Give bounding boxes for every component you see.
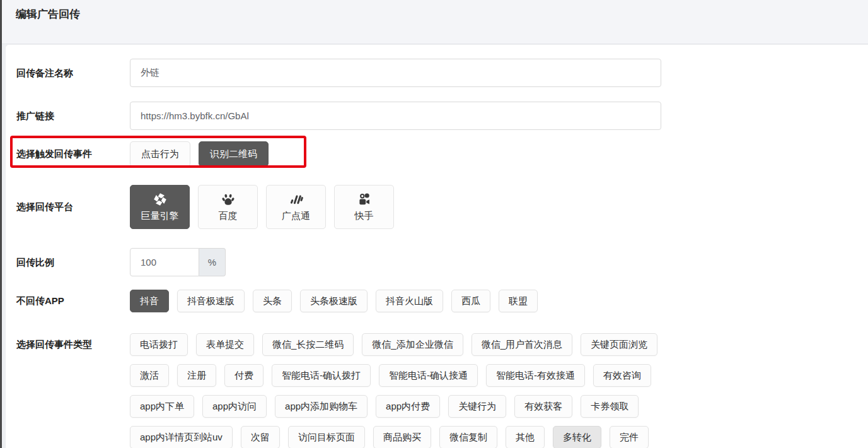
baidu-paw-icon	[221, 192, 236, 207]
ratio-input-group: %	[130, 248, 226, 276]
guangdiantong-icon	[289, 192, 304, 207]
trigger-option-label: 识别二维码	[210, 148, 257, 160]
event-type-option[interactable]: 多转化	[553, 426, 601, 448]
event-type-option[interactable]: 智能电话-有效接通	[486, 364, 585, 387]
event-type-option-label: 多转化	[563, 432, 591, 444]
ocean-engine-icon	[153, 192, 168, 207]
exclude-app-option-label: 西瓜	[461, 295, 480, 307]
event-type-option[interactable]: 其他	[506, 426, 545, 448]
event-type-option[interactable]: 访问目标页面	[288, 426, 365, 448]
link-input[interactable]	[130, 102, 661, 130]
event-type-option[interactable]: 卡券领取	[581, 395, 639, 418]
event-type-option-label: app内下单	[140, 401, 184, 413]
exclude-app-option-label: 头条极速版	[310, 295, 357, 307]
exclude-app-option[interactable]: 联盟	[499, 290, 538, 312]
exclude-app-option[interactable]: 西瓜	[451, 290, 490, 312]
event-type-option-label: 智能电话-有效接通	[496, 370, 575, 382]
event-type-option-label: 智能电话-确认接通	[389, 370, 468, 382]
ratio-input[interactable]	[130, 248, 199, 276]
event-type-row: app内下单app内访问app内添加购物车app内付费关键行为有效获客卡券领取	[130, 395, 657, 418]
platform-option[interactable]: 巨量引擎	[130, 185, 190, 229]
event-type-option-label: 有效咨询	[603, 370, 641, 382]
event-type-option-label: app内访问	[212, 401, 257, 413]
platform-option-label: 快手	[355, 210, 374, 222]
form-row-exclude-apps: 不回传APP 抖音抖音极速版头条头条极速版抖音火山版西瓜联盟	[16, 290, 868, 312]
kuaishou-camera-icon	[357, 192, 372, 207]
event-type-option[interactable]: 微信_用户首次消息	[472, 333, 572, 356]
event-type-option[interactable]: 微信_添加企业微信	[362, 333, 463, 356]
event-type-option[interactable]: app内下单	[130, 395, 194, 418]
event-type-option[interactable]: 次留	[241, 426, 280, 448]
event-type-option[interactable]: 表单提交	[196, 333, 254, 356]
event-type-row: 电话拨打表单提交微信_长按二维码微信_添加企业微信微信_用户首次消息关键页面浏览	[130, 333, 657, 356]
page-title: 编辑广告回传	[16, 8, 868, 21]
event-type-row: 激活注册付费智能电话-确认拨打智能电话-确认接通智能电话-有效接通有效咨询	[130, 364, 657, 387]
remark-input[interactable]	[130, 59, 661, 87]
event-type-option-label: app内详情页到站uv	[140, 432, 223, 444]
event-type-row: app内详情页到站uv次留访问目标页面商品购买微信复制其他多转化完件	[130, 426, 657, 448]
form-row-trigger-event: 选择触发回传事件 点击行为识别二维码	[16, 141, 868, 167]
event-type-option[interactable]: 付费	[224, 364, 263, 387]
event-type-option[interactable]: 智能电话-确认拨打	[272, 364, 371, 387]
event-type-option-label: 注册	[187, 370, 206, 382]
platform-option[interactable]: 广点通	[266, 185, 326, 229]
event-type-option-label: 表单提交	[206, 339, 244, 351]
platform-option-label: 百度	[219, 210, 238, 222]
event-type-option-label: 微信_用户首次消息	[482, 339, 562, 351]
form-row-ratio: 回传比例 %	[16, 248, 868, 276]
platform-option[interactable]: 百度	[198, 185, 258, 229]
platform-option-label: 广点通	[282, 210, 310, 222]
event-type-option-label: 关键页面浏览	[591, 339, 647, 351]
exclude-app-option[interactable]: 头条	[253, 290, 292, 312]
platform-options-group: 巨量引擎百度广点通快手	[130, 185, 394, 229]
event-type-option[interactable]: 有效咨询	[593, 364, 651, 387]
event-type-option-label: 激活	[140, 370, 159, 382]
event-type-option[interactable]: 微信复制	[439, 426, 497, 448]
event-type-option[interactable]: 关键页面浏览	[581, 333, 657, 356]
event-type-option-label: 电话拨打	[140, 339, 178, 351]
left-edge-strip	[0, 0, 2, 448]
event-type-options-group: 电话拨打表单提交微信_长按二维码微信_添加企业微信微信_用户首次消息关键页面浏览…	[130, 333, 657, 448]
exclude-app-option[interactable]: 抖音火山版	[376, 290, 443, 312]
event-type-option[interactable]: 注册	[177, 364, 216, 387]
event-type-option-label: 其他	[516, 432, 535, 444]
event-type-option[interactable]: 商品购买	[373, 426, 431, 448]
event-type-option-label: 付费	[234, 370, 253, 382]
event-type-option[interactable]: app内详情页到站uv	[130, 426, 233, 448]
platform-label: 选择回传平台	[16, 201, 130, 213]
event-type-option[interactable]: 激活	[130, 364, 169, 387]
event-type-option[interactable]: 电话拨打	[130, 333, 188, 356]
exclude-app-option[interactable]: 头条极速版	[300, 290, 367, 312]
platform-option-label: 巨量引擎	[141, 210, 179, 222]
event-type-option[interactable]: app内付费	[376, 395, 440, 418]
trigger-event-label: 选择触发回传事件	[16, 148, 130, 160]
exclude-app-option[interactable]: 抖音	[130, 290, 169, 312]
event-type-option-label: 智能电话-确认拨打	[282, 370, 361, 382]
exclude-app-option-label: 抖音火山版	[386, 295, 433, 307]
exclude-app-option[interactable]: 抖音极速版	[177, 290, 245, 312]
event-type-option[interactable]: 智能电话-确认接通	[379, 364, 478, 387]
event-type-option-label: 访问目标页面	[298, 432, 355, 444]
form-row-event-types: 选择回传事件类型 电话拨打表单提交微信_长按二维码微信_添加企业微信微信_用户首…	[16, 333, 868, 448]
trigger-option[interactable]: 点击行为	[130, 141, 190, 167]
exclude-apps-label: 不回传APP	[16, 295, 130, 307]
trigger-option[interactable]: 识别二维码	[199, 141, 269, 167]
event-type-option-label: 次留	[251, 432, 270, 444]
exclude-app-option-label: 抖音	[140, 295, 159, 307]
event-type-option[interactable]: 完件	[610, 426, 649, 448]
event-type-option[interactable]: app内访问	[202, 395, 267, 418]
event-types-label: 选择回传事件类型	[16, 338, 130, 351]
event-type-option[interactable]: 有效获客	[514, 395, 572, 418]
exclude-app-options-group: 抖音抖音极速版头条头条极速版抖音火山版西瓜联盟	[130, 290, 538, 312]
exclude-app-option-label: 联盟	[509, 295, 528, 307]
link-label: 推广链接	[16, 110, 130, 122]
event-type-option[interactable]: app内添加购物车	[275, 395, 367, 418]
event-type-option-label: 商品购买	[383, 432, 421, 444]
exclude-app-option-label: 抖音极速版	[187, 295, 234, 307]
event-type-option[interactable]: 关键行为	[448, 395, 506, 418]
platform-option[interactable]: 快手	[334, 185, 394, 229]
event-type-option-label: 完件	[620, 432, 639, 444]
event-type-option-label: 有效获客	[524, 401, 562, 413]
trigger-option-label: 点击行为	[141, 148, 179, 160]
event-type-option[interactable]: 微信_长按二维码	[262, 333, 354, 356]
